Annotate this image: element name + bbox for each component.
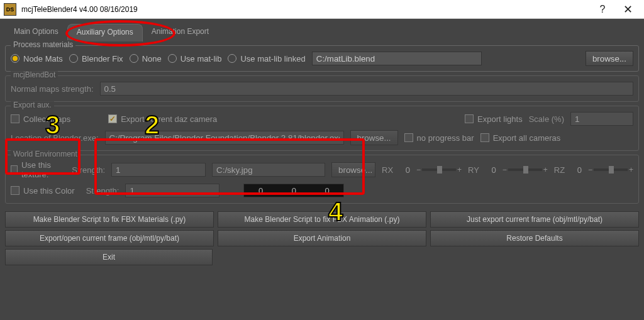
export-open-frame-button[interactable]: Export/open current frame (obj/mtl/py/ba… bbox=[5, 230, 214, 246]
matlib-browse-button[interactable]: browse... bbox=[586, 51, 633, 66]
close-button[interactable]: ✕ bbox=[615, 1, 640, 18]
rz-value: 0 bbox=[571, 165, 582, 175]
blender-loc-input[interactable] bbox=[105, 131, 344, 145]
checkbox-icon bbox=[11, 114, 19, 123]
texture-browse-button[interactable]: browse... bbox=[331, 162, 375, 177]
minus-icon: − bbox=[416, 165, 421, 174]
legend-world-env: World Environment bbox=[11, 150, 80, 158]
help-button[interactable]: ? bbox=[590, 1, 615, 18]
exit-button[interactable]: Exit bbox=[5, 249, 213, 265]
scale-input[interactable] bbox=[570, 112, 633, 126]
make-script-fbx-animation-button[interactable]: Make Blender Script to fix FBX Animation… bbox=[218, 211, 426, 228]
color-swatch[interactable]: 0 0 0 bbox=[243, 184, 344, 197]
blender-loc-label: Location of Blender.exe: bbox=[11, 133, 99, 143]
radio-icon bbox=[11, 54, 19, 63]
radio-icon bbox=[130, 54, 138, 63]
radio-use-matlib-linked[interactable]: Use mat-lib linked bbox=[228, 54, 305, 63]
legend-export-aux: Export aux. bbox=[11, 101, 54, 109]
rx-label: RX bbox=[382, 165, 393, 175]
tab-main-options[interactable]: Main Options bbox=[5, 24, 67, 41]
check-use-texture[interactable]: Use this texture: bbox=[11, 160, 65, 179]
radio-use-matlib[interactable]: Use mat-lib bbox=[168, 54, 222, 63]
normals-strength-input[interactable] bbox=[100, 82, 634, 96]
normals-strength-label: Normal maps strength: bbox=[11, 84, 94, 94]
just-export-frame-button[interactable]: Just export current frame (obj/mtl/py/ba… bbox=[430, 211, 639, 228]
check-no-progress-bar[interactable]: no progress bar bbox=[404, 133, 474, 143]
window-title: mcjTeleBlender4 v4.00 08/16/2019 bbox=[21, 5, 590, 14]
texture-strength-label: Strength: bbox=[72, 165, 105, 175]
checkbox-icon bbox=[108, 114, 117, 123]
radio-none[interactable]: None bbox=[130, 54, 162, 63]
radio-icon bbox=[69, 54, 78, 63]
scale-label: Scale (%) bbox=[529, 114, 564, 124]
checkbox-icon bbox=[465, 114, 474, 123]
restore-defaults-button[interactable]: Restore Defaults bbox=[430, 230, 639, 246]
titlebar: DS mcjTeleBlender4 v4.00 08/16/2019 ? ✕ bbox=[0, 0, 644, 19]
check-collect-maps[interactable]: Collect maps bbox=[11, 114, 70, 124]
make-script-fbx-materials-button[interactable]: Make Blender Script to fix FBX Materials… bbox=[5, 211, 214, 228]
blender-loc-browse-button[interactable]: browse... bbox=[350, 130, 398, 145]
checkbox-icon bbox=[404, 133, 413, 142]
color-strength-label: Strength: bbox=[86, 186, 119, 196]
checkbox-icon bbox=[11, 186, 19, 195]
checkbox-icon bbox=[11, 165, 18, 174]
check-export-all-cameras[interactable]: Export all cameras bbox=[480, 133, 561, 143]
color-strength-input[interactable] bbox=[125, 184, 219, 197]
tab-bar: Main Options Auxiliary Options Animation… bbox=[5, 24, 639, 41]
radio-icon bbox=[168, 54, 177, 63]
legend-blendbot: mcjBlendBot bbox=[11, 70, 58, 79]
check-use-color[interactable]: Use this Color bbox=[11, 186, 75, 196]
radio-node-mats[interactable]: Node Mats bbox=[11, 54, 63, 63]
tab-animation-export[interactable]: Animation Export bbox=[143, 24, 218, 41]
minus-icon: − bbox=[588, 165, 592, 174]
tab-auxiliary-options[interactable]: Auxiliary Options bbox=[67, 24, 143, 41]
radio-blender-fix[interactable]: Blender Fix bbox=[69, 54, 123, 63]
check-export-lights[interactable]: Export lights bbox=[465, 114, 523, 124]
check-export-daz-camera[interactable]: Export current daz camera bbox=[108, 114, 217, 124]
texture-path-input[interactable] bbox=[212, 163, 325, 177]
ry-label: RY bbox=[468, 165, 479, 175]
plus-icon: + bbox=[543, 165, 548, 174]
rz-label: RZ bbox=[554, 165, 565, 175]
rx-slider[interactable]: − + bbox=[416, 165, 462, 174]
matlib-path-input[interactable] bbox=[312, 52, 482, 65]
plus-icon: + bbox=[629, 165, 633, 174]
app-logo-icon: DS bbox=[4, 3, 16, 16]
radio-icon bbox=[228, 54, 236, 63]
legend-process-materials: Process materials bbox=[11, 40, 75, 49]
rx-value: 0 bbox=[399, 165, 410, 175]
group-process-materials: Process materials Node Mats Blender Fix … bbox=[5, 45, 639, 72]
ry-value: 0 bbox=[486, 165, 496, 175]
group-blendbot: mcjBlendBot Normal maps strength: bbox=[5, 75, 639, 102]
minus-icon: − bbox=[502, 165, 507, 174]
export-animation-button[interactable]: Export Animation bbox=[218, 230, 426, 246]
plus-icon: + bbox=[457, 165, 462, 174]
texture-strength-input[interactable] bbox=[111, 163, 206, 177]
checkbox-icon bbox=[480, 133, 489, 142]
ry-slider[interactable]: − + bbox=[502, 165, 548, 174]
group-world-environment: World Environment Use this texture: Stre… bbox=[5, 155, 639, 204]
rz-slider[interactable]: − + bbox=[588, 165, 633, 174]
group-export-aux: Export aux. Collect maps Export current … bbox=[5, 106, 639, 151]
